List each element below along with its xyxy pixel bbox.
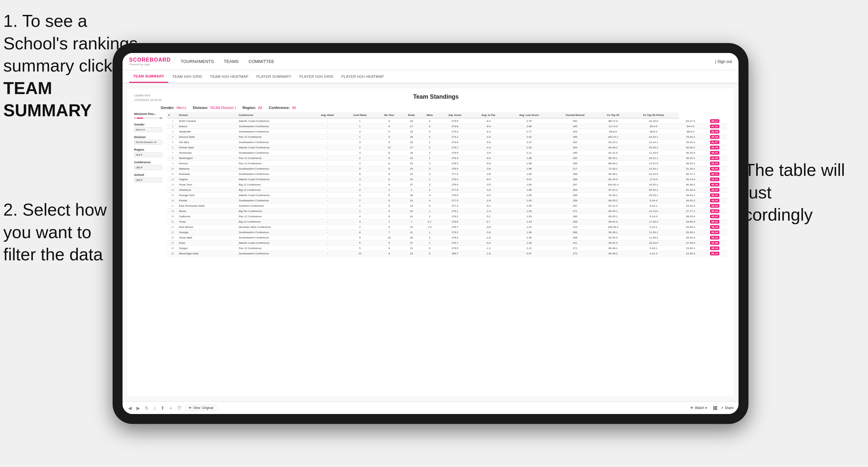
cell-rank: 17 (167, 204, 178, 209)
conference-sidebar-select[interactable]: (All) ▾ (134, 165, 162, 170)
cell-conference: Pac-12 Conference (238, 246, 311, 251)
gender-sidebar-select[interactable]: Men's ▾ (134, 127, 162, 132)
cell-value: 277.0 (439, 172, 471, 177)
cell-value: - (311, 140, 343, 145)
cell-value: 9 (376, 241, 402, 246)
cell-value: 88.24 (703, 209, 727, 214)
cell-value: 109-26-2 (598, 224, 628, 230)
cell-school: Mississippi State (178, 251, 238, 256)
cell-value: 49.02 (703, 198, 727, 204)
cell-rank: 22 (167, 230, 178, 235)
cell-value: 60-39-2 (598, 251, 628, 256)
nav-committee[interactable]: COMMITTEE (249, 58, 275, 65)
cell-value: 1 (343, 204, 376, 209)
toolbar-timer[interactable]: ⏱ (176, 405, 182, 411)
cell-value: 1.55 (506, 204, 553, 209)
cell-value: 267 (553, 182, 598, 187)
cell-value: 10-30-0 (679, 251, 703, 256)
cell-value: - (311, 182, 343, 187)
nav-teams[interactable]: TEAMS (224, 58, 239, 65)
tab-player-h2h-grid[interactable]: PLAYER H2H GRID (296, 70, 338, 83)
cell-value: 268 (553, 172, 598, 177)
cell-value: 76-26-1 (598, 193, 628, 198)
toolbar-reload[interactable]: ↻ (144, 405, 149, 411)
cell-value: 80.71 (703, 172, 727, 177)
toolbar-forward[interactable]: ▶ (136, 405, 141, 411)
tab-player-summary[interactable]: PLAYER SUMMARY (252, 70, 296, 83)
cell-value: 11-29-1 (628, 230, 679, 235)
cell-value: - (311, 166, 343, 172)
cell-value: 4 (421, 198, 438, 204)
cell-value: -3.8 (471, 172, 506, 177)
cell-value: 258 (553, 198, 598, 204)
region-sidebar-select[interactable]: N/A ▾ (134, 152, 162, 157)
cell-value: 4 (343, 150, 376, 156)
cell-rank: 8 (167, 156, 178, 161)
cell-value: 15-32-2 (628, 182, 679, 187)
toolbar-add[interactable]: + (168, 405, 173, 411)
toolbar-grid[interactable]: ⊞ (713, 405, 717, 411)
cell-value: 9-24-0 (628, 198, 679, 204)
top-nav: SCOREBOARD Powered by clippi TOURNAMENTS… (123, 53, 739, 70)
cell-value: 273.5 (439, 118, 471, 124)
cell-value: 0.97 (506, 251, 553, 256)
cell-value: 66-40-1 (598, 246, 628, 251)
cell-school: East Tennessee State (178, 204, 238, 209)
cell-school: Duke (178, 241, 238, 246)
cell-value: 11-19-0 (628, 150, 679, 156)
cell-value: 81.27 (703, 140, 727, 145)
score-badge: 49.02 (710, 199, 719, 203)
nav-tournaments[interactable]: TOURNAMENTS (181, 58, 214, 65)
division-sidebar-filter: Division NCAA Division I ▾ (134, 135, 162, 145)
cell-value: 2.11 (506, 150, 553, 156)
cell-value: 17-33-3 (628, 219, 679, 224)
cell-value: 7 (376, 219, 402, 224)
table-row: 16FloridaSoutheastern Conference-7924427… (167, 198, 727, 204)
cell-value: 80.34 (703, 182, 727, 187)
conference-chevron-icon: ▾ (141, 166, 143, 169)
cell-value: 39-23-1 (679, 161, 703, 166)
tab-team-h2h-heatmap[interactable]: TEAM H2H HEATMAP (206, 70, 252, 83)
toolbar-home[interactable]: ⌂ (153, 405, 157, 411)
school-sidebar-select[interactable]: (All) ▾ (134, 178, 162, 183)
cell-school: Georgia Tech (178, 193, 238, 198)
toolbar-share-small[interactable]: ⬆ (160, 405, 165, 411)
table-row: 4Arizona StatePac-12 Conference-16264274… (167, 134, 727, 140)
tab-player-h2h-heatmap[interactable]: PLAYER H2H HEATMAP (338, 70, 388, 83)
cell-value: 4 (421, 193, 438, 198)
cell-value: 2 (343, 145, 376, 150)
min-rank-slider[interactable]: 4 30 (134, 117, 162, 120)
cell-value: 95-8-0 (598, 129, 628, 134)
cell-value: 27 (402, 182, 421, 187)
cell-value: 4-21-0 (628, 251, 679, 256)
toolbar-back[interactable]: ◀ (127, 405, 132, 411)
gender-sidebar-label: Gender (134, 123, 162, 126)
watch-button[interactable]: 👁 Watch ▾ (690, 406, 707, 410)
cell-value: 51-18-4 (679, 187, 703, 193)
view-original-button[interactable]: 👁 View: Original (185, 405, 217, 411)
col-vs-top25: Vs Top 25 (598, 112, 628, 118)
cell-conference: Atlantic Coast Conference (238, 145, 311, 150)
tab-team-h2h-grid[interactable]: TEAM H2H GRID (168, 70, 206, 83)
cell-school: Oregon (178, 246, 238, 251)
school-sidebar-filter: School (All) ▾ (134, 173, 162, 183)
cell-value: 88.42 (703, 235, 727, 241)
sign-out-button[interactable]: | Sign out (715, 59, 732, 64)
cell-rank: 10 (167, 166, 178, 172)
cell-value: 1 (343, 182, 376, 187)
cell-value: - (311, 177, 343, 182)
cell-value: 4 (343, 214, 376, 219)
bottom-toolbar: ◀ ▶ ↻ ⌂ ⬆ + ⏱ 👁 View: Original 👁 Watch ▾… (123, 401, 739, 414)
min-rank-filter: Minimum Rou... 4 30 (134, 112, 162, 120)
cell-value: 23 (402, 251, 421, 256)
cell-value: 2.52 (506, 134, 553, 140)
cell-value: 20-39-1 (679, 230, 703, 235)
share-button[interactable]: ↗ Share (721, 406, 734, 410)
division-label: Division: (193, 106, 208, 110)
cell-conference: Pac-12 Conference (238, 214, 311, 219)
division-sidebar-select[interactable]: NCAA Division I ▾ (134, 140, 162, 145)
tab-team-summary[interactable]: TEAM SUMMARY (129, 70, 168, 83)
cell-school: Arkansas (178, 172, 238, 177)
division-value: NCAA Division I (210, 106, 236, 110)
cell-value: - (311, 230, 343, 235)
